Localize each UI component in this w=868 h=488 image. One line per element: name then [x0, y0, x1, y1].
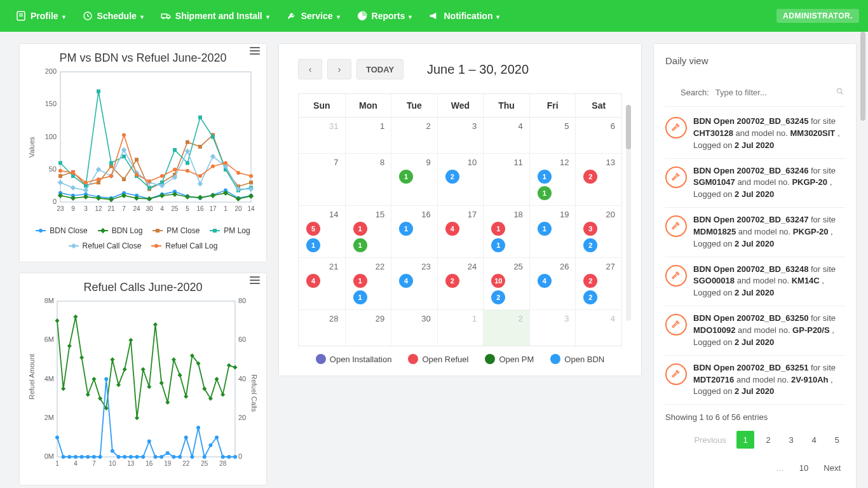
- log-item[interactable]: BDN Open 200702_BD_63245 for site CHT301…: [665, 109, 846, 159]
- event-dot[interactable]: 1: [353, 222, 367, 236]
- cal-cell[interactable]: 8: [345, 154, 391, 205]
- chart-menu-button[interactable]: [250, 50, 260, 51]
- search-input[interactable]: [714, 84, 831, 101]
- event-dot[interactable]: 2: [583, 170, 597, 184]
- cal-cell[interactable]: 7: [299, 154, 345, 205]
- cal-cell[interactable]: 161: [391, 206, 437, 257]
- cal-cell[interactable]: 4: [575, 310, 621, 346]
- search-icon[interactable]: [836, 87, 844, 98]
- page-scrollbar[interactable]: [859, 32, 867, 488]
- event-dot[interactable]: 1: [399, 222, 413, 236]
- event-dot[interactable]: 2: [491, 290, 505, 304]
- event-dot[interactable]: 2: [583, 290, 597, 304]
- event-dot[interactable]: 1: [399, 170, 413, 184]
- event-dot[interactable]: 1: [538, 186, 552, 200]
- event-dot[interactable]: 1: [538, 170, 552, 184]
- cal-cell[interactable]: 214: [299, 258, 345, 309]
- cal-cell[interactable]: 102: [437, 154, 484, 205]
- chart-menu-button[interactable]: [250, 280, 260, 281]
- cal-cell[interactable]: 234: [391, 258, 437, 309]
- event-dot[interactable]: 1: [353, 290, 367, 304]
- log-item[interactable]: BDN Open 200702_BD_63247 for site MDM018…: [665, 208, 846, 257]
- cal-cell[interactable]: 6: [575, 118, 621, 153]
- cal-cell[interactable]: 31: [299, 118, 345, 153]
- cal-cell[interactable]: 3: [529, 310, 576, 346]
- svg-point-193: [159, 455, 163, 459]
- cal-today-button[interactable]: TODAY: [356, 59, 403, 79]
- cal-prev-button[interactable]: ‹: [298, 59, 322, 79]
- svg-point-197: [184, 435, 188, 439]
- nav-schedule[interactable]: Schedule: [76, 6, 150, 25]
- event-dot[interactable]: 1: [491, 222, 505, 236]
- cal-cell[interactable]: 1451: [299, 206, 345, 257]
- event-dot[interactable]: 2: [445, 170, 459, 184]
- nav-notification[interactable]: Notification: [422, 6, 506, 25]
- cal-cell[interactable]: 91: [391, 154, 437, 205]
- cal-cell[interactable]: 1: [345, 118, 391, 153]
- pager-page[interactable]: 3: [782, 431, 800, 449]
- event-dot[interactable]: 10: [491, 274, 505, 288]
- cal-cell[interactable]: 242: [437, 258, 484, 309]
- nav-reports[interactable]: Reports: [350, 6, 419, 25]
- event-dot[interactable]: 4: [538, 274, 552, 288]
- cal-cell[interactable]: 29: [345, 310, 391, 346]
- event-dot[interactable]: 4: [399, 274, 413, 288]
- cal-cell[interactable]: 191: [529, 206, 576, 257]
- cal-cell[interactable]: 2211: [345, 258, 391, 309]
- pager-next[interactable]: Next: [818, 459, 846, 477]
- event-dot[interactable]: 2: [583, 274, 597, 288]
- log-item[interactable]: BDN Open 200702_BD_63248 for site SGO000…: [665, 257, 846, 307]
- nav-service[interactable]: Service: [280, 6, 346, 25]
- pager-page[interactable]: 5: [828, 431, 846, 449]
- event-dot[interactable]: 1: [306, 238, 320, 252]
- cal-next-button[interactable]: ›: [327, 59, 351, 79]
- event-dot[interactable]: 1: [491, 238, 505, 252]
- cal-cell[interactable]: 1211: [529, 154, 576, 205]
- nav-profile[interactable]: Profile: [9, 6, 72, 25]
- cal-cell[interactable]: 28: [299, 310, 345, 346]
- cal-date: 13: [580, 156, 618, 170]
- cal-cell[interactable]: 2: [483, 310, 529, 346]
- log-item[interactable]: BDN Open 200702_BD_63250 for site MDO100…: [665, 306, 846, 356]
- cal-cell[interactable]: 2: [391, 118, 437, 153]
- event-dot[interactable]: 1: [353, 238, 367, 252]
- event-dot[interactable]: 1: [353, 274, 367, 288]
- cal-cell[interactable]: 2032: [575, 206, 621, 257]
- cal-cell[interactable]: 1811: [483, 206, 529, 257]
- cal-cell[interactable]: 174: [437, 206, 484, 257]
- cal-cell[interactable]: 1511: [345, 206, 391, 257]
- cal-cell[interactable]: 25102: [483, 258, 529, 309]
- y-axis-label: Values: [28, 137, 36, 158]
- svg-text:22: 22: [182, 460, 190, 467]
- cal-cell[interactable]: 30: [391, 310, 437, 346]
- cal-cell[interactable]: 264: [529, 258, 576, 309]
- event-dot[interactable]: 4: [445, 222, 459, 236]
- pager-page[interactable]: 1: [736, 431, 754, 449]
- event-dot[interactable]: 5: [306, 222, 320, 236]
- legend-label: Refuel Call Close: [83, 241, 142, 250]
- cal-weekday: Mon: [345, 94, 391, 117]
- event-dot[interactable]: 4: [306, 274, 320, 288]
- cal-scrollbar[interactable]: [626, 105, 631, 321]
- cal-cell[interactable]: 11: [483, 154, 529, 205]
- event-dot[interactable]: 2: [583, 238, 597, 252]
- cal-cell[interactable]: 3: [437, 118, 484, 153]
- log-item[interactable]: BDN Open 200702_BD_63246 for site SGM010…: [665, 159, 846, 208]
- svg-text:2M: 2M: [44, 414, 54, 421]
- nav-shipment[interactable]: Shipment and Install: [154, 6, 276, 25]
- svg-rect-4: [161, 14, 166, 18]
- pager-page[interactable]: 10: [794, 459, 813, 477]
- search-label: Search:: [681, 88, 709, 97]
- admin-badge[interactable]: ADMINISTRATOR.: [776, 9, 859, 23]
- cal-cell[interactable]: 2722: [575, 258, 621, 309]
- event-dot[interactable]: 3: [583, 222, 597, 236]
- cal-cell[interactable]: 5: [529, 118, 576, 153]
- event-dot[interactable]: 1: [538, 222, 552, 236]
- cal-cell[interactable]: 1: [437, 310, 484, 346]
- pager-page[interactable]: 4: [805, 431, 823, 449]
- event-dot[interactable]: 2: [445, 274, 459, 288]
- cal-cell[interactable]: 132: [575, 154, 621, 205]
- pager-page[interactable]: 2: [759, 431, 777, 449]
- log-item[interactable]: BDN Open 200702_BD_63251 for site MDT207…: [665, 356, 846, 405]
- cal-cell[interactable]: 4: [483, 118, 529, 153]
